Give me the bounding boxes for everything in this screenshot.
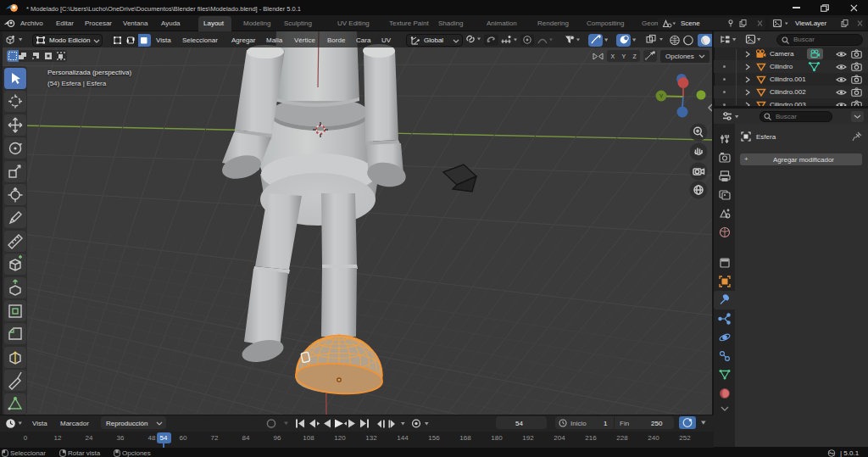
- svg-text:Y: Y: [659, 93, 664, 99]
